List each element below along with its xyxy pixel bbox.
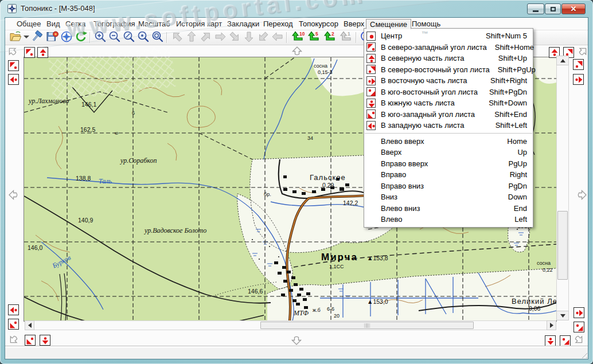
resize-grip[interactable] [579,350,587,358]
jump-south-part-button[interactable] [40,335,50,346]
menu-item-4[interactable]: Топография [90,19,139,29]
menu-item-label: Вправо [381,170,502,179]
zoom-in-button[interactable] [93,31,107,45]
pan-southwest-button[interactable] [256,31,270,45]
zoom-window-button[interactable] [122,31,135,45]
menu-item-5[interactable]: Масштаб [135,19,174,29]
jump-north-part-button[interactable] [37,47,48,58]
menu-item-2[interactable]: Вид [43,19,64,29]
vertical-scrollbar[interactable] [556,56,569,320]
pan-northeast-button[interactable] [199,31,212,45]
scroll-right-button[interactable] [547,320,556,330]
offset-menu-item-2[interactable]: В северо-западный угол листаShift+Home [364,42,533,53]
menu-item-3[interactable]: Сетка [62,19,89,29]
map-navigator-button[interactable] [60,31,73,45]
offset-menu-item-6[interactable]: В юго-восточный угол листаShift+PgDn [364,87,533,98]
offset-menu-item-17[interactable]: Влево внизEnd [364,203,533,214]
jump-east-outline-arrow[interactable] [575,189,588,201]
jump-nw-corner-icon [366,42,376,52]
menu-item-11[interactable]: Смещение [366,19,411,29]
offset-menu-item-18[interactable]: ВлевоLeft [364,214,533,225]
jump-sw-corner-button[interactable] [8,319,19,330]
menu-item-label: Влево вниз [381,204,506,213]
client-area: ОбщееВидСеткаТопографияМасштабИстория ка… [5,17,588,359]
maximize-button[interactable] [545,3,561,14]
jump-sw-outline-arrow[interactable] [7,333,20,346]
jump-sw-corner-button-2[interactable] [25,335,36,346]
menu-item-shortcut: Shift+PgDn [489,88,527,96]
pan-southeast-button[interactable] [228,31,241,45]
menu-item-8[interactable]: Переход [260,19,296,29]
map-label: сосна [537,260,551,266]
back-10-button[interactable]: 10 [290,31,305,45]
offset-menu-item-15[interactable]: Вправо внизPgDn [364,181,533,192]
jump-east-part-button[interactable] [573,74,584,85]
offset-menu-item-8[interactable]: В юго-западный угол листаShift+End [364,109,533,120]
forward-1-button[interactable]: 1 [338,31,353,45]
map-label: 138,8 [76,175,91,182]
pan-up-button[interactable] [185,31,198,45]
back-2-button[interactable]: 2 [322,31,337,45]
pan-right-button[interactable] [213,31,227,45]
scroll-up-button[interactable] [556,56,569,65]
offset-menu-item-1[interactable]: ЦентрShift+Num 5 [364,30,533,42]
scroll-down-button[interactable] [556,311,569,320]
edit-tools-button[interactable] [31,31,44,45]
jump-nw-corner-button[interactable] [24,47,35,58]
menu-item-label: В юго-восточный угол листа [381,88,481,96]
jump-se-corner-button[interactable] [574,322,584,332]
offset-menu-item-7[interactable]: В южную часть листаShift+Down [364,97,533,109]
jump-south-outline-arrow[interactable] [290,334,303,346]
jump-west-part-button-2[interactable] [8,304,19,315]
refresh-button[interactable] [74,31,87,45]
minimize-button[interactable] [527,3,544,14]
map-label: 0,06 [529,305,541,312]
back-5-button[interactable]: 5 [306,31,321,45]
horizontal-scroll-thumb[interactable] [260,322,474,329]
no-icon [366,170,376,179]
zoom-point-button[interactable] [136,31,150,45]
offset-menu-item-16[interactable]: ВнизDown [364,191,533,203]
vertical-scroll-thumb[interactable] [557,211,568,280]
no-icon [366,215,376,224]
title-bar: Топоникс - [M-35-048] ✕ [0,0,593,17]
jump-north-outline-arrow[interactable] [291,45,303,58]
jump-nw-corner-button-2[interactable] [8,60,19,71]
offset-menu-item-9[interactable]: В западную часть листаShift+Left [364,120,533,131]
save-map-button[interactable] [45,31,58,45]
scroll-left-button[interactable] [25,320,34,330]
offset-menu-item-3[interactable]: В северную часть листаShift+Up [364,53,533,64]
menu-item-shortcut: Shift+Num 5 [486,32,527,40]
jump-west-part-button[interactable] [8,74,19,85]
jump-ne-outline-arrow[interactable] [576,45,589,58]
back-arrow-icon: 1 [339,30,353,46]
offset-menu-item-14[interactable]: ВправоRight [364,169,533,181]
jump-ne-corner-icon [366,65,376,74]
jump-south-part-button-2[interactable] [545,335,556,346]
menu-item-6[interactable]: История карт [173,19,225,29]
pan-down-button[interactable] [242,31,255,45]
menu-item-9[interactable]: Топокурсор [295,19,342,29]
zoom-original-button[interactable] [151,31,164,45]
pan-left-button[interactable] [271,31,284,45]
jump-nw-outline-arrow[interactable] [6,45,19,58]
offset-menu-item-12[interactable]: ВверхUp [364,147,533,158]
close-button[interactable]: ✕ [561,3,586,14]
menu-item-shortcut: Shift+Home [495,43,534,52]
offset-menu-item-4[interactable]: В северо-восточный угол листаShift+PgUp [364,64,533,76]
offset-menu-item-5[interactable]: В восточную часть листаShift+Right [364,75,533,87]
horizontal-scrollbar[interactable] [25,320,556,330]
menu-item-label: Вверх [381,148,509,156]
pan-northwest-button[interactable] [170,31,184,45]
jump-east-part-button-2[interactable] [574,307,584,318]
open-map-menu-button[interactable] [23,31,30,45]
offset-menu-item-11[interactable]: Влево вверхHome [364,136,533,147]
jump-ne-corner-button-2[interactable] [573,59,584,70]
menu-item-1[interactable]: Общее [13,19,45,29]
zoom-out-button[interactable] [108,31,121,45]
jump-west-outline-arrow[interactable] [7,189,20,201]
jump-se-corner-button-2[interactable] [560,335,571,346]
jump-se-outline-arrow[interactable] [572,333,585,346]
offset-menu-item-13[interactable]: Вправо вверхPgUp [364,158,533,170]
menu-item-7[interactable]: Закладки [224,19,263,29]
